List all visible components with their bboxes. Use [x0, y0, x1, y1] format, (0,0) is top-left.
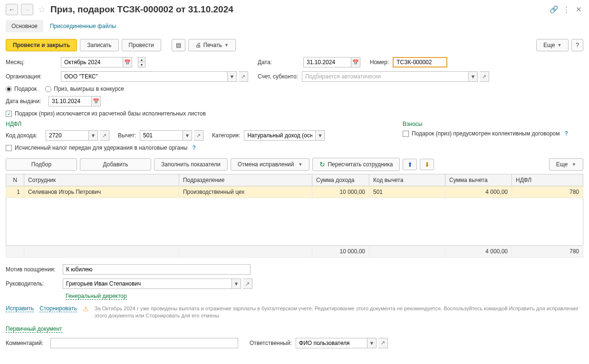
tab-main[interactable]: Основное: [6, 20, 43, 32]
open-icon[interactable]: ↗: [239, 71, 248, 82]
radio-gift[interactable]: Подарок: [6, 86, 37, 92]
col-employee[interactable]: Сотрудник: [24, 174, 179, 186]
open-icon[interactable]: ↗: [100, 130, 109, 141]
tax-transferred-checkbox[interactable]: Исчисленный налог передан для удержания …: [6, 144, 388, 151]
date-label: Дата:: [258, 59, 281, 66]
month-label: Месяц:: [6, 59, 57, 66]
help-icon[interactable]: ?: [192, 144, 195, 151]
table-totals: 10 000,00 4 000,00 780: [6, 246, 583, 258]
category-label: Категория:: [212, 132, 240, 139]
nav-forward-button[interactable]: →: [21, 4, 33, 15]
move-down-button[interactable]: ⬇: [420, 159, 434, 170]
storno-link[interactable]: Сторнировать: [39, 305, 77, 312]
income-code-label: Код дохода:: [6, 132, 42, 139]
fill-indicators-button[interactable]: Заполнить показатели: [154, 158, 228, 171]
print-button[interactable]: 🖨Печать▼: [188, 39, 236, 51]
nav-back-button[interactable]: ←: [6, 4, 18, 15]
account-label: Счет, субконто:: [258, 73, 298, 80]
dropdown-icon[interactable]: ▼: [315, 130, 325, 141]
manager-position-link[interactable]: Генеральный директор: [66, 293, 127, 300]
col-deduct-code[interactable]: Код вычета: [369, 174, 445, 186]
close-icon[interactable]: ✕: [574, 5, 583, 14]
recalc-employee-button[interactable]: ↻Пересчитать сотрудника: [312, 158, 400, 171]
dropdown-icon[interactable]: ▼: [232, 278, 241, 289]
col-ndfl[interactable]: НДФЛ: [512, 174, 583, 186]
page-title: Приз, подарок ТСЗК-000002 от 31.10.2024: [50, 4, 546, 15]
manager-label: Руководитель:: [6, 280, 59, 287]
post-button[interactable]: Провести: [122, 39, 161, 51]
comment-label: Комментарий:: [6, 340, 47, 346]
dropdown-icon[interactable]: ▼: [88, 130, 98, 141]
post-and-close-button[interactable]: Провести и закрыть: [6, 39, 77, 51]
table-more-button[interactable]: Еще▼: [549, 158, 583, 171]
col-n[interactable]: N: [6, 174, 24, 186]
link-icon[interactable]: 🔗: [549, 5, 559, 14]
warning-text: За Октябрь 2024 г уже проведены выплата …: [95, 305, 583, 320]
movements-button[interactable]: ▤: [172, 39, 185, 51]
exclude-checkbox[interactable]: ✓ Подарок (приз) исключается из расчетно…: [6, 110, 583, 117]
arrow-up-icon: ⬆: [407, 161, 413, 168]
motive-input[interactable]: [63, 264, 251, 275]
table-row[interactable]: 1 Селиванов Игорь Петрович Производствен…: [6, 186, 583, 198]
responsible-label: Ответственный:: [250, 340, 292, 346]
month-spinner[interactable]: ▲▼: [138, 57, 145, 67]
calendar-icon[interactable]: 📅: [351, 57, 360, 67]
employees-table: N Сотрудник Подразделение Сумма дохода К…: [6, 174, 583, 258]
col-deduct-sum[interactable]: Сумма вычета: [445, 174, 512, 186]
org-label: Организация:: [6, 73, 57, 80]
add-button[interactable]: Добавить: [80, 158, 151, 171]
list-icon: ▤: [176, 42, 181, 48]
income-code-input[interactable]: [46, 130, 88, 141]
date-input[interactable]: [303, 57, 351, 67]
account-input[interactable]: [302, 71, 468, 82]
manager-input[interactable]: [63, 278, 232, 289]
org-input[interactable]: [61, 71, 227, 82]
calendar-icon[interactable]: 📅: [91, 96, 101, 106]
responsible-input[interactable]: [296, 338, 367, 348]
motive-label: Мотив поощрения:: [6, 266, 59, 273]
radio-prize[interactable]: Приз, выигрыш в конкурсе: [45, 86, 124, 92]
col-dept[interactable]: Подразделение: [179, 174, 312, 186]
dropdown-icon[interactable]: ▼: [227, 71, 237, 82]
move-up-button[interactable]: ⬆: [403, 159, 417, 170]
number-input[interactable]: [393, 57, 447, 67]
collective-checkbox[interactable]: Подарок (приз) предусмотрен коллективным…: [403, 130, 583, 137]
contributions-section-title: Взносы: [403, 121, 583, 127]
open-icon[interactable]: ↗: [243, 278, 252, 289]
help-icon[interactable]: ?: [565, 130, 568, 137]
open-icon[interactable]: ↗: [480, 71, 489, 82]
ndfl-section-title: НДФЛ: [6, 121, 388, 127]
number-label: Номер:: [370, 59, 389, 66]
month-input[interactable]: [61, 57, 123, 67]
comment-input[interactable]: [50, 338, 238, 348]
dropdown-icon[interactable]: ▼: [367, 338, 377, 348]
deduct-label: Вычет:: [118, 132, 136, 139]
issue-date-label: Дата выдачи:: [6, 98, 45, 105]
printer-icon: 🖨: [195, 42, 201, 48]
dropdown-icon[interactable]: ▼: [468, 71, 478, 82]
cancel-corrections-button[interactable]: Отмена исправлений▼: [231, 158, 310, 171]
refresh-icon: ↻: [319, 161, 325, 168]
favorite-icon[interactable]: ☆: [38, 4, 46, 15]
more-vertical-icon[interactable]: ⋮: [561, 5, 571, 14]
primary-doc-link[interactable]: Первичный документ: [6, 326, 62, 333]
col-income[interactable]: Сумма дохода: [312, 174, 369, 186]
save-button[interactable]: Записать: [80, 39, 118, 51]
arrow-down-icon: ⬇: [425, 161, 430, 168]
open-icon[interactable]: ↗: [194, 130, 203, 141]
category-input[interactable]: [244, 130, 315, 141]
calendar-icon[interactable]: 📅: [123, 57, 132, 67]
warning-icon: ⚠: [83, 305, 89, 313]
help-button[interactable]: ?: [571, 39, 583, 51]
deduct-input[interactable]: [140, 130, 183, 141]
tab-attached-files[interactable]: Присоединенные файлы: [44, 20, 122, 32]
correct-link[interactable]: Исправить: [6, 305, 34, 312]
open-icon[interactable]: ↗: [378, 338, 388, 348]
dropdown-icon[interactable]: ▼: [183, 130, 192, 141]
more-button[interactable]: Еще▼: [536, 39, 569, 51]
select-button[interactable]: Подбор: [6, 158, 77, 171]
issue-date-input[interactable]: [48, 96, 91, 106]
